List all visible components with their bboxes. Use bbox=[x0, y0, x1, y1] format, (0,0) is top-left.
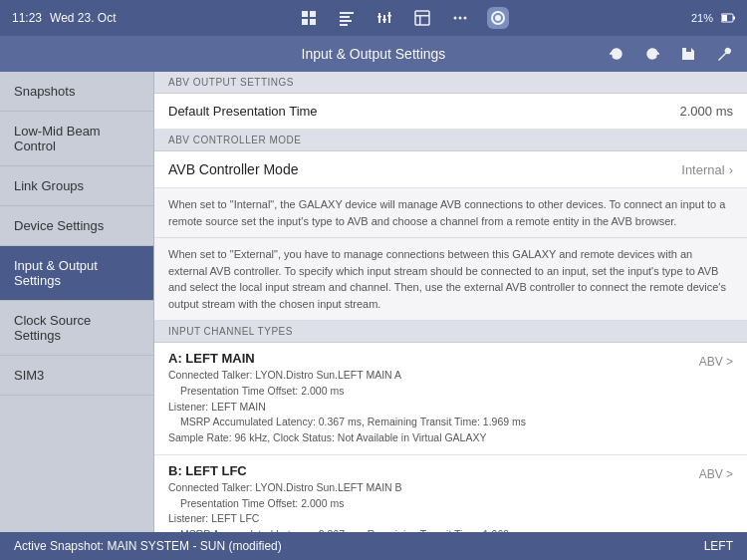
presentation-time-value: 2.000 ms bbox=[680, 104, 733, 119]
svg-rect-4 bbox=[340, 12, 354, 14]
dots-icon[interactable] bbox=[449, 7, 471, 29]
page-title: Input & Output Settings bbox=[302, 46, 446, 62]
sidebar-item-sim3[interactable]: SIM3 bbox=[0, 356, 153, 396]
channel-sample: Sample Rate: 96 kHz, Clock Status: Not A… bbox=[168, 430, 699, 446]
channels-list: A: LEFT MAIN Connected Talker: LYON.Dist… bbox=[154, 343, 747, 532]
channel-offset: Presentation Time Offset: 2.000 ms bbox=[168, 384, 699, 400]
top-bar-right: 21% bbox=[691, 12, 735, 24]
date-display: Wed 23. Oct bbox=[50, 11, 116, 25]
avb-controller-value: Internal › bbox=[681, 162, 733, 177]
main-layout: Snapshots Low-Mid Beam Control Link Grou… bbox=[0, 72, 747, 532]
wrench-icon[interactable] bbox=[713, 43, 735, 65]
svg-point-21 bbox=[495, 15, 501, 21]
svg-rect-7 bbox=[340, 24, 348, 26]
toolbar bbox=[298, 7, 509, 29]
save-icon[interactable] bbox=[677, 43, 699, 65]
avb-controller-label: AVB Controller Mode bbox=[168, 161, 298, 177]
sidebar-item-clocksource[interactable]: Clock Source Settings bbox=[0, 301, 153, 356]
channel-msrp: MSRP Accumulated Latency: 0.367 ms, Rema… bbox=[168, 415, 699, 430]
channel-item[interactable]: B: LEFT LFC Connected Talker: LYON.Distr… bbox=[154, 455, 747, 532]
svg-rect-13 bbox=[387, 15, 391, 17]
channel-name: B: LEFT LFC bbox=[168, 463, 699, 478]
channel-content: B: LEFT LFC Connected Talker: LYON.Distr… bbox=[168, 463, 699, 532]
svg-rect-23 bbox=[722, 15, 727, 21]
channel-name: A: LEFT MAIN bbox=[168, 351, 699, 366]
channel-avb-badge[interactable]: ABV > bbox=[699, 351, 733, 369]
channel-avb-badge[interactable]: ABV > bbox=[699, 463, 733, 481]
svg-point-18 bbox=[459, 17, 462, 20]
svg-rect-16 bbox=[419, 15, 421, 25]
input-channel-section-header: INPUT CHANNEL TYPES bbox=[154, 321, 747, 343]
svg-point-17 bbox=[454, 17, 457, 20]
top-bar-left: 11:23 Wed 23. Oct bbox=[12, 11, 117, 25]
description-block-2: When set to "External", you have to mana… bbox=[154, 238, 747, 321]
svg-rect-3 bbox=[310, 19, 316, 25]
svg-rect-5 bbox=[340, 16, 350, 18]
svg-rect-11 bbox=[377, 16, 381, 18]
status-right: LEFT bbox=[704, 539, 733, 553]
sidebar-item-inputoutput[interactable]: Input & Output Settings bbox=[0, 246, 153, 301]
svg-rect-2 bbox=[302, 19, 308, 25]
time-display: 11:23 bbox=[12, 11, 42, 25]
sliders-icon[interactable] bbox=[374, 7, 395, 29]
svg-rect-8 bbox=[378, 13, 380, 23]
bars-icon[interactable] bbox=[336, 7, 358, 29]
channel-talker: Connected Talker: LYON.Distro Sun.LEFT M… bbox=[168, 480, 699, 496]
channel-listener: Listener: LEFT LFC bbox=[168, 511, 699, 527]
grid-icon[interactable] bbox=[298, 7, 320, 29]
sidebar-item-lowmid[interactable]: Low-Mid Beam Control bbox=[0, 112, 153, 166]
description-block-1: When set to "Internal", the GALAXY devic… bbox=[154, 188, 747, 238]
channel-item[interactable]: A: LEFT MAIN Connected Talker: LYON.Dist… bbox=[154, 343, 747, 455]
channel-offset: Presentation Time Offset: 2.000 ms bbox=[168, 496, 699, 512]
channel-talker: Connected Talker: LYON.Distro Sun.LEFT M… bbox=[168, 368, 699, 384]
svg-rect-15 bbox=[415, 15, 429, 17]
presentation-time-row[interactable]: Default Presentation Time 2.000 ms bbox=[154, 94, 747, 130]
svg-rect-14 bbox=[415, 11, 429, 25]
channel-msrp: MSRP Accumulated Latency: 0.367 ms, Rema… bbox=[168, 527, 699, 532]
battery-display: 21% bbox=[691, 12, 713, 24]
svg-rect-10 bbox=[388, 12, 390, 23]
window-icon[interactable] bbox=[411, 7, 433, 29]
refresh-right-icon[interactable] bbox=[641, 43, 663, 65]
abv-output-section-header: ABV OUTPUT SETTINGS bbox=[154, 72, 747, 94]
refresh-left-icon[interactable] bbox=[606, 43, 627, 65]
sidebar-item-linkgroups[interactable]: Link Groups bbox=[0, 166, 153, 206]
top-bar: 11:23 Wed 23. Oct 21% bbox=[0, 0, 747, 36]
chevron-icon: › bbox=[729, 162, 733, 177]
sidebar: Snapshots Low-Mid Beam Control Link Grou… bbox=[0, 72, 154, 532]
svg-rect-1 bbox=[310, 11, 316, 17]
abv-controller-section-header: ABV CONTROLLER MODE bbox=[154, 130, 747, 151]
presentation-time-label: Default Presentation Time bbox=[168, 104, 318, 119]
svg-rect-24 bbox=[733, 17, 735, 20]
svg-rect-6 bbox=[340, 20, 352, 22]
svg-rect-12 bbox=[382, 19, 386, 21]
content-area: ABV OUTPUT SETTINGS Default Presentation… bbox=[154, 72, 747, 532]
channel-content: A: LEFT MAIN Connected Talker: LYON.Dist… bbox=[168, 351, 699, 446]
circle-active-icon[interactable] bbox=[487, 7, 509, 29]
page-header: Input & Output Settings bbox=[0, 36, 747, 72]
avb-controller-row[interactable]: AVB Controller Mode Internal › bbox=[154, 151, 747, 188]
sidebar-item-snapshots[interactable]: Snapshots bbox=[0, 72, 153, 112]
battery-icon bbox=[721, 13, 735, 23]
status-bar: Active Snapshot: MAIN SYSTEM - SUN (modi… bbox=[0, 532, 747, 560]
sidebar-item-devicesettings[interactable]: Device Settings bbox=[0, 206, 153, 246]
svg-rect-0 bbox=[302, 11, 308, 17]
channel-listener: Listener: LEFT MAIN bbox=[168, 400, 699, 416]
status-left: Active Snapshot: MAIN SYSTEM - SUN (modi… bbox=[14, 539, 282, 553]
svg-point-19 bbox=[464, 17, 467, 20]
